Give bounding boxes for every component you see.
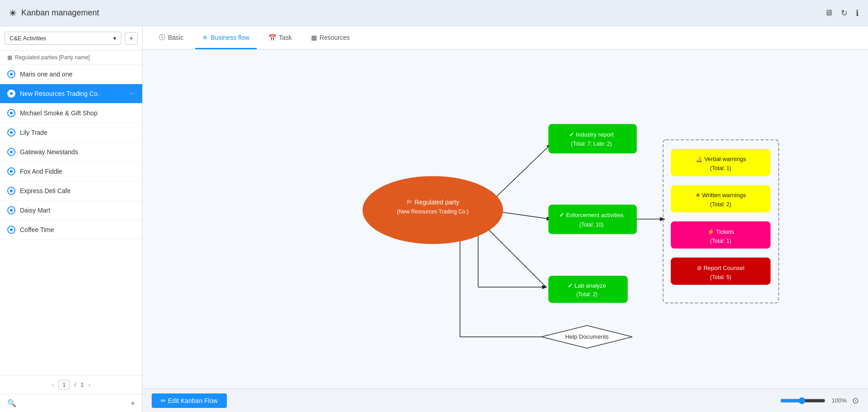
main-layout: C&E Activities ▾ + ▦ Regulated parties [… (0, 26, 868, 412)
add-activity-button[interactable]: + (125, 32, 138, 45)
sidebar-item-label: Lily Trade (20, 129, 135, 136)
page-separator: / (74, 381, 76, 388)
industry-report-node[interactable] (548, 124, 637, 153)
app-title: Kanban management (21, 8, 99, 18)
svg-text:(Total: 10): (Total: 10) (580, 222, 604, 228)
sidebar-item-label: Fox And Fiddle (20, 168, 135, 175)
sidebar-item-gateway[interactable]: Gateway Newstands (0, 142, 142, 162)
share-alt-icon: ✳ (202, 34, 208, 41)
dropdown-label: C&E Activities (10, 35, 46, 42)
flow-diagram: 🏳 Regulated party (New Resources Trading… (143, 50, 868, 388)
tab-business-flow[interactable]: ✳ Business flow (195, 27, 257, 49)
search-button[interactable]: 🔍 (7, 399, 16, 407)
info-icon[interactable]: ℹ (856, 8, 859, 18)
svg-text:✳ Written warnings: ✳ Written warnings (695, 192, 746, 199)
item-icon (7, 226, 15, 234)
edit-kanban-flow-button[interactable]: ✏ Edit Kanban Flow (152, 393, 227, 408)
zoom-percentage: 100% (831, 397, 847, 404)
svg-text:(Total: 2): (Total: 2) (576, 291, 598, 298)
content-area: ⓘ Basic ✳ Business flow 📅 Task ▦ Resourc… (143, 26, 868, 412)
activities-dropdown[interactable]: C&E Activities ▾ (5, 32, 121, 45)
zoom-settings-icon[interactable]: ⊙ (852, 396, 859, 406)
svg-text:(Total: 2): (Total: 2) (710, 201, 731, 208)
sidebar: C&E Activities ▾ + ▦ Regulated parties [… (0, 26, 143, 412)
svg-text:(Total: 5): (Total: 5) (710, 274, 731, 280)
add-bottom-button[interactable]: + (131, 399, 135, 407)
sidebar-item-label: Coffee Time (20, 226, 135, 233)
info-circle-icon: ⓘ (159, 33, 165, 42)
kanban-icon: ✳ (9, 8, 17, 19)
active-item-icon (7, 90, 15, 98)
item-icon (7, 148, 15, 156)
refresh-icon[interactable]: ↻ (841, 8, 848, 18)
lab-analyze-node[interactable] (548, 276, 628, 303)
item-icon (7, 167, 15, 175)
sidebar-item-coffee[interactable]: Coffee Time (0, 220, 142, 240)
sidebar-top: C&E Activities ▾ + (0, 26, 142, 51)
sidebar-item-label: Gateway Newstands (20, 148, 135, 156)
flow-canvas: 🏳 Regulated party (New Resources Trading… (143, 50, 868, 388)
sidebar-item-label: Express Deli Cafe (20, 187, 135, 194)
enforcement-node[interactable] (548, 204, 637, 234)
svg-text:(Total: 1): (Total: 1) (710, 165, 731, 171)
current-page[interactable]: 1 (58, 380, 70, 389)
item-icon (7, 70, 15, 78)
svg-text:⊘ Report Counsel: ⊘ Report Counsel (697, 265, 744, 271)
chevron-down-icon: ▾ (113, 35, 116, 42)
zoom-slider[interactable] (780, 397, 825, 404)
sidebar-items-list: Maris one and oneNew Resources Trading C… (0, 65, 142, 375)
sidebar-item-lily[interactable]: Lily Trade (0, 123, 142, 142)
tabs-bar: ⓘ Basic ✳ Business flow 📅 Task ▦ Resourc… (143, 26, 868, 50)
tab-resources[interactable]: ▦ Resources (304, 27, 357, 49)
sidebar-item-label: New Resources Trading Co. (20, 90, 125, 97)
svg-text:(Total: 7; Late: 2): (Total: 7; Late: 2) (571, 141, 612, 147)
sidebar-item-new-resources[interactable]: New Resources Trading Co.··· (0, 84, 142, 104)
next-page-button[interactable]: › (88, 381, 91, 388)
svg-text:⚡ Tickets: ⚡ Tickets (707, 228, 735, 236)
verbal-warnings-node[interactable] (671, 149, 770, 176)
svg-text:✔ Lab analyze: ✔ Lab analyze (568, 282, 606, 289)
total-pages: 1 (81, 381, 84, 388)
table-icon: ▦ (7, 54, 12, 61)
sidebar-item-maris[interactable]: Maris one and one (0, 65, 142, 84)
item-icon (7, 109, 15, 117)
svg-text:✔ Industry report: ✔ Industry report (569, 131, 614, 138)
sidebar-item-express[interactable]: Express Deli Cafe (0, 181, 142, 201)
item-icon (7, 206, 15, 214)
sidebar-item-label: Daisy Mart (20, 207, 135, 214)
tab-basic[interactable]: ⓘ Basic (152, 27, 191, 49)
sidebar-label-row: ▦ Regulated parties [Party name] (0, 51, 142, 65)
svg-text:🏳 Regulated party: 🏳 Regulated party (406, 199, 459, 206)
tab-task[interactable]: 📅 Task (261, 27, 299, 49)
item-context-menu-icon[interactable]: ··· (129, 90, 135, 98)
item-icon (7, 128, 15, 137)
sidebar-pagination: ‹ 1 / 1 › (0, 375, 142, 394)
svg-text:(New Resources Trading Co.): (New Resources Trading Co.) (397, 208, 469, 215)
sidebar-item-label: Maris one and one (20, 71, 135, 78)
calendar-icon: 📅 (269, 34, 276, 41)
sidebar-item-fox[interactable]: Fox And Fiddle (0, 162, 142, 181)
sidebar-bottom: 🔍 + (0, 394, 142, 412)
header-right: 🖥 ↻ ℹ (825, 8, 859, 18)
zoom-controls: 100% ⊙ (780, 396, 859, 406)
svg-text:🔔 Verbal warnings: 🔔 Verbal warnings (695, 155, 747, 163)
svg-text:✔ Enforcement activities: ✔ Enforcement activities (559, 212, 623, 218)
bottom-bar: ✏ Edit Kanban Flow 100% ⊙ (143, 388, 868, 412)
sidebar-item-michael[interactable]: Michael Smoke & Gift Shop (0, 104, 142, 123)
svg-text:(Total: 1): (Total: 1) (710, 238, 731, 244)
table-icon: ▦ (311, 34, 317, 41)
sidebar-item-daisy[interactable]: Daisy Mart (0, 201, 142, 220)
header-left: ✳ Kanban management (9, 8, 99, 19)
item-icon (7, 187, 15, 195)
monitor-icon[interactable]: 🖥 (825, 8, 833, 18)
sidebar-label: Regulated parties [Party name] (15, 54, 90, 61)
sidebar-item-label: Michael Smoke & Gift Shop (20, 109, 135, 117)
svg-text:Help Documents: Help Documents (565, 333, 609, 340)
prev-page-button[interactable]: ‹ (52, 381, 54, 388)
top-header: ✳ Kanban management 🖥 ↻ ℹ (0, 0, 868, 26)
